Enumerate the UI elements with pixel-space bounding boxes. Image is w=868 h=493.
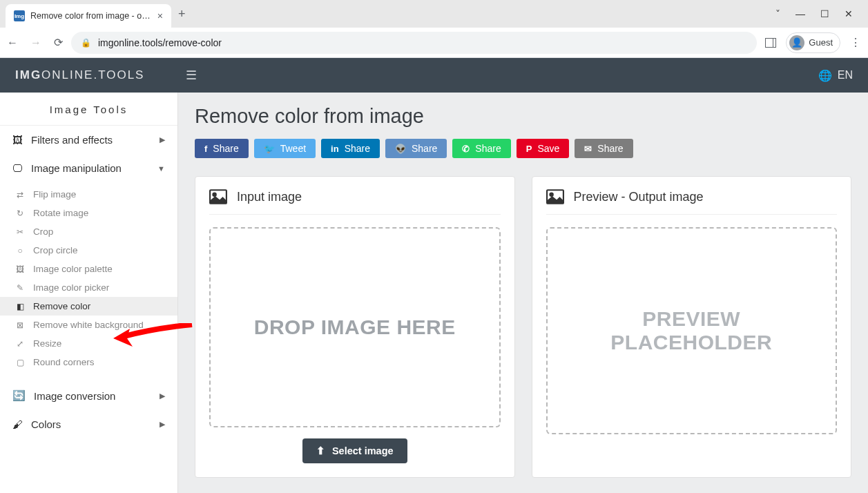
close-window-icon[interactable]: ✕ [845,8,853,19]
removecolor-icon: ◧ [15,302,25,311]
drop-zone[interactable]: DROP IMAGE HERE [209,227,501,427]
sidebar-title: Image Tools [0,93,177,126]
sidebar-cat-label: Image conversion [34,390,115,402]
globe-icon: 🌐 [818,69,832,82]
sidebar-cat-conversion[interactable]: 🔄 Image conversion ▶ [0,381,177,410]
app-header: IMGONLINE.TOOLS ☰ 🌐 EN [0,58,868,93]
minimize-icon[interactable]: — [795,8,805,19]
tab-strip: Img Remove color from image - onlin × + … [0,0,868,28]
removewhite-icon: ⊠ [15,320,25,330]
svg-point-1 [213,193,215,196]
browser-chrome: Img Remove color from image - onlin × + … [0,0,868,58]
sidebar-item-resize[interactable]: ⤢Resize [0,334,177,353]
panels-row: Input image DROP IMAGE HERE ⬆ Select ima… [195,176,851,478]
flip-icon: ⇄ [15,190,25,200]
nav-icons: ← → ⟳ [7,36,63,49]
linkedin-icon: in [331,144,339,154]
sidebar-item-cropcircle[interactable]: ○Crop circle [0,241,177,260]
email-icon: ✉ [584,144,592,154]
new-tab-button[interactable]: + [178,7,186,21]
chevron-down-icon: ▼ [157,164,165,173]
hamburger-icon[interactable]: ☰ [186,68,197,83]
roundcorners-icon: ▢ [15,358,25,367]
share-reddit[interactable]: 👽Share [385,139,447,158]
image-icon: 🖼 [12,134,23,146]
panel-icon[interactable] [765,38,776,48]
preview-panel-title: Preview - Output image [574,190,704,204]
share-linkedin[interactable]: inShare [321,139,380,158]
share-email[interactable]: ✉Share [575,139,633,158]
brush-icon: 🖌 [12,418,23,430]
input-panel-header: Input image [209,189,501,215]
palette-icon: 🖼 [15,264,25,274]
upload-icon: ⬆ [316,445,325,456]
address-right: 👤 Guest ⋮ [765,32,861,53]
share-pinterest[interactable]: PSave [517,139,570,158]
sidebar-cat-filters[interactable]: 🖼 Filters and effects ▶ [0,126,177,154]
sidebar-item-palette[interactable]: 🖼Image color palette [0,260,177,278]
logo[interactable]: IMGONLINE.TOOLS [15,68,144,82]
sidebar-item-roundcorners[interactable]: ▢Round corners [0,353,177,371]
sidebar-item-picker[interactable]: ✎Image color picker [0,278,177,297]
favicon-icon: Img [14,10,25,21]
sidebar-cat-manipulation[interactable]: 🖵 Image manipulation ▼ [0,154,177,182]
image-icon [546,189,564,204]
input-panel-title: Input image [237,190,302,204]
sidebar-item-removewhite[interactable]: ⊠Remove white background [0,316,177,334]
lock-icon: 🔒 [81,38,91,48]
preview-panel-header: Preview - Output image [546,189,838,215]
select-image-label: Select image [332,445,394,456]
address-row: ← → ⟳ 🔒 imgonline.tools/remove-color 👤 G… [0,28,868,58]
resize-icon: ⤢ [15,339,25,349]
language-switcher[interactable]: 🌐 EN [818,69,853,82]
share-whatsapp[interactable]: ✆Share [452,139,510,158]
preview-placeholder: PREVIEW PLACEHOLDER [546,227,838,434]
sidebar-cat-label: Filters and effects [31,134,113,146]
share-row: fShare 🐦Tweet inShare 👽Share ✆Share PSav… [195,139,851,158]
rotate-icon: ↻ [15,209,25,218]
window-controls: ˅ — ☐ ✕ [775,8,862,19]
kebab-menu-icon[interactable]: ⋮ [850,36,861,49]
select-image-button[interactable]: ⬆ Select image [302,438,407,463]
whatsapp-icon: ✆ [462,144,470,154]
chevron-right-icon: ▶ [160,135,165,144]
eyedropper-icon: ✎ [15,283,25,293]
refresh-icon: 🔄 [12,389,26,402]
sidebar-item-crop[interactable]: ✂Crop [0,222,177,241]
drop-zone-text: DROP IMAGE HERE [254,316,456,339]
pinterest-icon: P [526,144,532,154]
sidebar-item-flip[interactable]: ⇄Flip image [0,185,177,204]
input-panel: Input image DROP IMAGE HERE ⬆ Select ima… [195,176,515,478]
forward-icon: → [30,37,41,49]
share-twitter[interactable]: 🐦Tweet [254,139,316,158]
close-tab-icon[interactable]: × [157,10,163,21]
avatar-icon: 👤 [789,35,804,50]
facebook-icon: f [204,144,207,154]
address-bar[interactable]: 🔒 imgonline.tools/remove-color [71,32,757,54]
preview-placeholder-line1: PREVIEW [610,307,772,331]
sidebar-item-rotate[interactable]: ↻Rotate image [0,204,177,222]
language-label: EN [838,69,853,81]
tab-title: Remove color from image - onlin [30,11,152,21]
svg-point-3 [550,193,552,196]
profile-chip[interactable]: 👤 Guest [786,32,840,53]
share-facebook[interactable]: fShare [195,139,249,158]
maximize-icon[interactable]: ☐ [820,8,829,19]
browser-tab[interactable]: Img Remove color from image - onlin × [6,4,171,28]
sidebar: Image Tools 🖼 Filters and effects ▶ 🖵 Im… [0,93,178,493]
chevron-down-icon[interactable]: ˅ [775,8,780,19]
url-text: imgonline.tools/remove-color [98,37,222,48]
back-icon[interactable]: ← [7,37,18,49]
content-area: Remove color from image fShare 🐦Tweet in… [178,93,868,493]
chevron-right-icon: ▶ [160,420,165,429]
adjust-icon: 🖵 [12,162,23,174]
twitter-icon: 🐦 [264,144,275,154]
preview-placeholder-line2: PLACEHOLDER [610,331,772,354]
preview-panel: Preview - Output image PREVIEW PLACEHOLD… [532,176,852,478]
sidebar-item-removecolor[interactable]: ◧Remove color [0,297,177,316]
sidebar-submenu-manipulation: ⇄Flip image ↻Rotate image ✂Crop ○Crop ci… [0,182,177,374]
profile-label: Guest [809,37,833,48]
reload-icon[interactable]: ⟳ [54,36,63,49]
sidebar-cat-colors[interactable]: 🖌 Colors ▶ [0,410,177,438]
page-title: Remove color from image [195,105,851,128]
